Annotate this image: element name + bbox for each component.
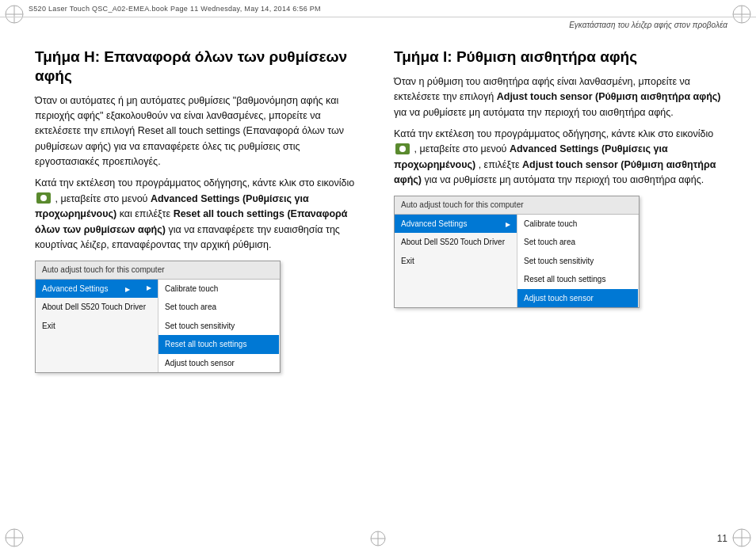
left-menu-left-panel: Advanced Settings About Dell S520 Touch … [36, 280, 158, 373]
left-menu-item-about-label: About Dell S520 Touch Driver [42, 301, 146, 314]
tray-icon-left [36, 192, 51, 204]
left-right-adjust[interactable]: Adjust touch sensor [158, 354, 279, 373]
right-menu-item-about[interactable]: About Dell S520 Touch Driver [395, 233, 517, 252]
right-menu-right-panel: Calibrate touch Set touch area Set touch… [517, 215, 638, 308]
right-right-reset[interactable]: Reset all touch settings [517, 270, 638, 289]
left-menu-header: Auto adjust touch for this computer [36, 261, 280, 280]
right-para2: Κατά την εκτέλεση του προγράμματος οδήγη… [394, 127, 721, 188]
corner-mark-bl [3, 527, 25, 549]
right-para2-end: για να ρυθμίσετε μη αυτόματα την περιοχή… [424, 174, 704, 185]
right-menu-left-panel: Advanced Settings About Dell S520 Touch … [395, 215, 517, 308]
left-menu-item-advanced[interactable]: Advanced Settings [36, 280, 158, 299]
left-para2-middle: , μεταβείτε στο μενού [55, 193, 147, 204]
header-bar: S520 Laser Touch QSC_A02-EMEA.book Page … [0, 0, 756, 17]
left-menu-item-advanced-label: Advanced Settings [42, 283, 108, 295]
left-right-calibrate[interactable]: Calibrate touch [158, 280, 279, 299]
right-right-set-sensitivity[interactable]: Set touch sensitivity [517, 252, 638, 271]
right-menu-item-exit[interactable]: Exit [395, 252, 517, 271]
right-para2-middle: , μεταβείτε στο μενού [414, 143, 506, 154]
right-menu-item-about-label: About Dell S520 Touch Driver [401, 236, 505, 249]
right-menu-body: Advanced Settings About Dell S520 Touch … [395, 215, 639, 308]
left-para2-start: Κατά την εκτέλεση του προγράμματος οδήγη… [35, 177, 354, 188]
right-menu-item-exit-label: Exit [401, 255, 414, 268]
right-section-title: Τμήμα Ι: Ρύθμιση αισθητήρα αφής [394, 48, 721, 67]
footer-page-number: 11 [717, 533, 727, 544]
arrow-icon-left [125, 283, 130, 295]
right-para1-cont: για να ρυθμίσετε μη αυτόματα την περιοχή… [394, 107, 674, 118]
left-menu-item-exit-label: Exit [42, 320, 55, 333]
left-para2: Κατά την εκτέλεση του προγράμματος οδήγη… [35, 176, 359, 253]
right-right-set-area[interactable]: Set touch area [517, 233, 638, 252]
left-menu-screenshot: Auto adjust touch for this computer Adva… [35, 261, 281, 373]
left-right-reset[interactable]: Reset all touch settings [158, 335, 279, 354]
right-section-body: Όταν η ρύθμιση του αισθητήρα αφής είναι … [394, 74, 721, 309]
right-adjust-bold: Adjust touch sensor (Ρύθμιση αισθητήρα α… [497, 91, 721, 102]
left-menu-item-exit[interactable]: Exit [36, 317, 158, 336]
right-para2-start: Κατά την εκτέλεση του προγράμματος οδήγη… [394, 128, 713, 139]
left-para2-and: και επιλέξτε [120, 208, 170, 219]
right-right-calibrate[interactable]: Calibrate touch [517, 215, 638, 234]
left-menu-item-about[interactable]: About Dell S520 Touch Driver [36, 298, 158, 317]
tray-icon-right [395, 143, 410, 154]
right-right-adjust[interactable]: Adjust touch sensor [517, 289, 638, 308]
left-menu-right-panel: Calibrate touch Set touch area Set touch… [158, 280, 279, 373]
left-menu-body: Advanced Settings About Dell S520 Touch … [36, 280, 280, 373]
right-para2-comma: , επιλέξτε [479, 159, 520, 170]
right-menu-screenshot: Auto adjust touch for this computer Adva… [394, 196, 640, 308]
left-section-title: Τμήμα Η: Επαναφορά όλων των ρυθμίσεων αφ… [35, 48, 359, 86]
right-menu-item-advanced[interactable]: Advanced Settings [395, 215, 517, 234]
arrow-icon-right [506, 218, 510, 230]
right-para1: Όταν η ρύθμιση του αισθητήρα αφής είναι … [394, 74, 721, 120]
bottom-center-mark [367, 531, 389, 549]
left-column: Τμήμα Η: Επαναφορά όλων των ρυθμίσεων αφ… [0, 17, 378, 530]
left-right-set-sensitivity[interactable]: Set touch sensitivity [158, 317, 279, 336]
header-filename: S520 Laser Touch QSC_A02-EMEA.book Page … [29, 5, 321, 13]
corner-mark-br [731, 527, 753, 549]
right-column: Τμήμα Ι: Ρύθμιση αισθητήρα αφής Όταν η ρ… [378, 17, 756, 530]
left-right-set-area[interactable]: Set touch area [158, 298, 279, 317]
left-para1: Όταν οι αυτόματες ή μη αυτόματες ρυθμίσε… [35, 93, 359, 170]
left-section-body: Όταν οι αυτόματες ή μη αυτόματες ρυθμίσε… [35, 93, 359, 374]
content-area: Τμήμα Η: Επαναφορά όλων των ρυθμίσεων αφ… [0, 17, 756, 530]
right-menu-header: Auto adjust touch for this computer [395, 196, 639, 215]
right-menu-item-advanced-label: Advanced Settings [401, 218, 467, 230]
